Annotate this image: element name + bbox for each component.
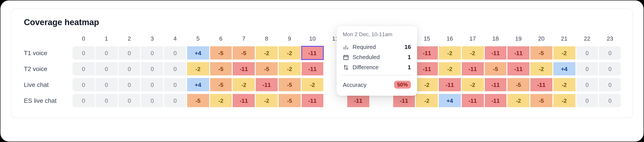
tooltip-accuracy-label: Accuracy [343, 81, 366, 88]
heatmap-cell[interactable]: -11 [302, 46, 324, 60]
heatmap-cell[interactable]: -2 [279, 46, 301, 60]
heatmap-cell[interactable]: 0 [141, 94, 164, 107]
hour-header: 18 [484, 35, 507, 44]
heatmap-cell[interactable]: -2 [302, 78, 324, 91]
heatmap-cell[interactable]: 0 [72, 62, 95, 75]
heatmap-cell[interactable]: -5 [279, 94, 301, 107]
heatmap-cell[interactable]: -2 [462, 78, 484, 91]
heatmap-cell[interactable]: +4 [553, 62, 576, 75]
heatmap-cell[interactable]: -5 [233, 46, 255, 60]
tooltip-divider [342, 75, 412, 75]
heatmap-cell[interactable]: -11 [462, 94, 484, 107]
heatmap-cell[interactable]: -11 [508, 46, 530, 60]
hour-header: 17 [462, 35, 484, 44]
heatmap-cell[interactable]: 0 [576, 78, 598, 91]
heatmap-cell[interactable]: -2 [256, 94, 278, 107]
heatmap-cell[interactable]: -11 [462, 62, 484, 75]
heatmap-cell[interactable]: -2 [279, 62, 301, 75]
heatmap-cell[interactable]: -5 [210, 46, 232, 60]
heatmap-cell[interactable]: -2 [416, 78, 438, 91]
heatmap-cell[interactable]: 0 [96, 62, 118, 75]
heatmap-cell[interactable]: -11 [347, 94, 369, 107]
heatmap-cell[interactable]: +4 [187, 78, 209, 91]
hour-header: 5 [187, 35, 209, 44]
heatmap-cell[interactable]: 0 [576, 46, 598, 60]
hour-header: 7 [233, 35, 255, 44]
cell-tooltip: Mon 2 Dec, 10-11am Required 16 [336, 26, 417, 96]
heatmap-cell[interactable]: 0 [599, 94, 621, 107]
tooltip-required-label: Required [352, 44, 376, 50]
heatmap-cell[interactable]: 0 [164, 94, 186, 107]
heatmap-cell[interactable]: -11 [508, 62, 530, 75]
heatmap-cell[interactable]: 0 [576, 94, 598, 107]
heatmap-cell[interactable]: 0 [599, 78, 621, 91]
heatmap-cell[interactable]: 0 [72, 94, 95, 107]
heatmap-cell[interactable]: -11 [416, 46, 438, 60]
heatmap-cell[interactable]: 0 [118, 94, 140, 107]
heatmap-cell[interactable]: -2 [439, 62, 461, 75]
heatmap-cell[interactable]: -11 [302, 94, 324, 107]
heatmap-cell[interactable]: 0 [96, 94, 118, 107]
hour-header: 22 [576, 35, 598, 44]
calendar-icon [343, 54, 349, 60]
heatmap-cell[interactable]: -5 [187, 94, 209, 107]
heatmap-cell[interactable]: -11 [484, 46, 507, 60]
heatmap-cell[interactable]: -2 [439, 46, 461, 60]
heatmap-cell[interactable]: 0 [141, 78, 164, 91]
heatmap-cell[interactable]: 0 [576, 62, 598, 75]
heatmap-cell[interactable]: -2 [210, 94, 232, 107]
row-label: T2 voice [23, 62, 72, 75]
tooltip-scheduled-label: Scheduled [352, 54, 380, 61]
heatmap-cell[interactable]: +4 [187, 46, 209, 60]
heatmap-cell[interactable]: -11 [233, 62, 255, 75]
heatmap-cell[interactable]: -2 [256, 46, 278, 60]
tooltip-row-difference: Difference 1 [343, 62, 411, 72]
heatmap-cell[interactable]: 0 [72, 46, 95, 60]
heatmap-cell[interactable]: -2 [553, 46, 576, 60]
heatmap-cell[interactable]: 0 [164, 62, 186, 75]
heatmap-cell[interactable]: 0 [118, 78, 140, 91]
heatmap-cell[interactable]: -11 [416, 62, 438, 75]
heatmap-cell[interactable]: 0 [72, 78, 95, 91]
hour-header: 6 [210, 35, 232, 44]
heatmap-cell[interactable]: -11 [439, 78, 461, 91]
heatmap-cell[interactable]: -5 [279, 78, 301, 91]
heatmap-cell[interactable]: -11 [393, 94, 415, 107]
heatmap-cell[interactable]: -2 [553, 94, 576, 107]
heatmap-cell[interactable]: -5 [530, 94, 552, 107]
heatmap-cell[interactable]: 0 [141, 62, 164, 75]
heatmap-cell[interactable]: -11 [256, 78, 278, 91]
heatmap-cell[interactable]: +4 [439, 94, 461, 107]
heatmap-cell[interactable]: 0 [96, 46, 118, 60]
heatmap-cell[interactable]: 0 [141, 46, 164, 60]
heatmap-cell[interactable]: -2 [508, 94, 530, 107]
tooltip-row-required: Required 16 [343, 42, 411, 52]
heatmap-cell[interactable]: 0 [118, 46, 140, 60]
heatmap-cell[interactable]: -2 [233, 78, 255, 91]
heatmap-cell[interactable]: 0 [118, 62, 140, 75]
heatmap-cell[interactable]: -2 [553, 78, 576, 91]
heatmap-cell[interactable]: 0 [599, 62, 621, 75]
heatmap-cell[interactable]: -2 [187, 62, 209, 75]
tooltip-row-scheduled: Scheduled 1 [343, 52, 411, 62]
heatmap-cell[interactable]: -2 [530, 62, 552, 75]
heatmap-cell[interactable]: -5 [530, 46, 552, 60]
heatmap-cell[interactable]: -5 [210, 78, 232, 91]
heatmap-cell[interactable]: -11 [233, 94, 255, 107]
heatmap-cell[interactable]: -5 [484, 62, 507, 75]
heatmap-cell[interactable]: 0 [96, 78, 118, 91]
heatmap-cell[interactable]: -11 [484, 78, 507, 91]
heatmap-cell[interactable]: -2 [462, 46, 484, 60]
tooltip-difference-value: 1 [408, 64, 411, 71]
heatmap-cell[interactable]: -2 [416, 94, 438, 107]
heatmap-cell[interactable]: -11 [484, 94, 507, 107]
heatmap-cell[interactable]: -11 [302, 62, 324, 75]
heatmap-cell[interactable]: -5 [256, 62, 278, 75]
heatmap-cell[interactable]: -5 [210, 62, 232, 75]
heatmap-cell[interactable]: 0 [164, 46, 186, 60]
heatmap-cell[interactable]: -11 [530, 78, 552, 91]
heatmap-cell[interactable]: 0 [599, 46, 621, 60]
heatmap-cell[interactable]: -5 [508, 78, 530, 91]
tooltip-difference-label: Difference [352, 64, 378, 71]
heatmap-cell[interactable]: 0 [164, 78, 186, 91]
